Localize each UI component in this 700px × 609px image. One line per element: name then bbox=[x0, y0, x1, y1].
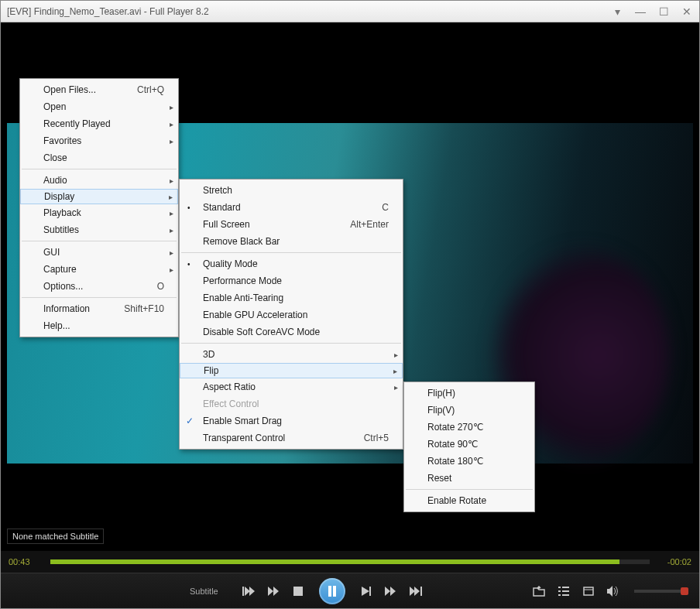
menu-rotate-90[interactable]: Rotate 90℃ bbox=[404, 436, 534, 453]
menu-aspect-ratio[interactable]: Aspect Ratio bbox=[180, 378, 403, 395]
menu-information[interactable]: InformationShift+F10 bbox=[20, 300, 178, 317]
pause-button[interactable] bbox=[319, 578, 345, 604]
context-menu-main: Open Files...Ctrl+Q Open Recently Played… bbox=[19, 78, 179, 337]
menu-rotate-180[interactable]: Rotate 180℃ bbox=[404, 453, 534, 470]
menu-effect-control: Effect Control bbox=[180, 395, 403, 412]
playlist-icon[interactable] bbox=[555, 587, 572, 596]
menu-gpu-accel[interactable]: Enable GPU Acceleration bbox=[180, 306, 403, 323]
open-file-icon[interactable] bbox=[530, 586, 547, 597]
rewind-icon[interactable] bbox=[265, 587, 282, 596]
svg-rect-2 bbox=[333, 586, 336, 597]
menu-stretch[interactable]: Stretch bbox=[180, 182, 403, 199]
subtitle-status: None matched Subtitle bbox=[7, 529, 104, 544]
menu-disable-coreavc[interactable]: Disable Soft CoreAVC Mode bbox=[180, 323, 403, 340]
menu-separator bbox=[22, 241, 177, 241]
menu-fullscreen[interactable]: Full ScreenAlt+Enter bbox=[180, 216, 403, 233]
menu-transparent-control[interactable]: Transparent ControlCtrl+5 bbox=[180, 429, 403, 446]
menu-recently-played[interactable]: Recently Played bbox=[20, 115, 178, 132]
play-icon[interactable] bbox=[358, 587, 375, 596]
menu-standard[interactable]: •StandardC bbox=[180, 199, 403, 216]
context-menu-flip: Flip(H) Flip(V) Rotate 270℃ Rotate 90℃ R… bbox=[403, 381, 535, 512]
svg-rect-1 bbox=[328, 586, 331, 597]
menu-performance-mode[interactable]: Performance Mode bbox=[180, 272, 403, 289]
close-button[interactable]: ✕ bbox=[681, 6, 693, 17]
stop-icon[interactable] bbox=[290, 587, 307, 596]
menu-separator bbox=[181, 252, 401, 253]
prev-track-icon[interactable] bbox=[240, 587, 257, 596]
time-remaining: -00:02 bbox=[654, 557, 691, 566]
minimize-button[interactable]: — bbox=[634, 6, 647, 17]
seek-progress bbox=[50, 559, 619, 564]
time-current: 00:43 bbox=[9, 557, 46, 566]
menu-close[interactable]: Close bbox=[20, 149, 178, 166]
menu-anti-tearing[interactable]: Enable Anti-Tearing bbox=[180, 289, 403, 306]
control-bar: Subtitle bbox=[1, 573, 699, 608]
menu-separator bbox=[181, 343, 401, 344]
seek-bar[interactable] bbox=[50, 559, 650, 564]
context-menu-display: Stretch •StandardC Full ScreenAlt+Enter … bbox=[179, 179, 403, 450]
check-icon: ✓ bbox=[186, 416, 194, 426]
seek-remaining bbox=[619, 559, 650, 564]
menu-flip[interactable]: Flip bbox=[180, 363, 403, 378]
volume-icon[interactable] bbox=[605, 586, 622, 597]
menu-playback[interactable]: Playback bbox=[20, 204, 178, 221]
menu-enable-rotate[interactable]: Enable Rotate bbox=[404, 492, 534, 509]
menu-separator bbox=[406, 489, 533, 490]
window-extra-button[interactable]: ▾ bbox=[611, 6, 623, 17]
menu-quality-mode[interactable]: •Quality Mode bbox=[180, 255, 403, 272]
forward-icon[interactable] bbox=[383, 587, 400, 596]
menu-flip-h[interactable]: Flip(H) bbox=[404, 385, 534, 402]
menu-display[interactable]: Display bbox=[20, 189, 178, 204]
menu-3d[interactable]: 3D bbox=[180, 346, 403, 363]
menu-rotate-270[interactable]: Rotate 270℃ bbox=[404, 419, 534, 436]
menu-reset[interactable]: Reset bbox=[404, 470, 534, 487]
menu-audio[interactable]: Audio bbox=[20, 172, 178, 189]
menu-capture[interactable]: Capture bbox=[20, 261, 178, 278]
window-controls: ▾ — ☐ ✕ bbox=[611, 6, 693, 17]
menu-separator bbox=[22, 169, 177, 169]
menu-options[interactable]: Options...O bbox=[20, 278, 178, 295]
titlebar[interactable]: [EVR] Finding_Nemo_Teaser.avi - Full Pla… bbox=[1, 1, 699, 22]
svg-rect-3 bbox=[369, 587, 371, 596]
menu-subtitles[interactable]: Subtitles bbox=[20, 221, 178, 238]
menu-separator bbox=[22, 297, 177, 298]
menu-help[interactable]: Help... bbox=[20, 317, 178, 334]
volume-knob[interactable] bbox=[681, 587, 688, 595]
next-track-icon[interactable] bbox=[407, 587, 424, 596]
menu-open[interactable]: Open bbox=[20, 98, 178, 115]
menu-smart-drag[interactable]: ✓Enable Smart Drag bbox=[180, 412, 403, 429]
svg-rect-0 bbox=[293, 587, 303, 596]
app-window: [EVR] Finding_Nemo_Teaser.avi - Full Pla… bbox=[0, 0, 700, 609]
window-title: [EVR] Finding_Nemo_Teaser.avi - Full Pla… bbox=[7, 6, 611, 17]
svg-rect-4 bbox=[584, 587, 593, 595]
maximize-button[interactable]: ☐ bbox=[657, 6, 670, 17]
bullet-icon: • bbox=[187, 260, 190, 269]
menu-favorites[interactable]: Favorites bbox=[20, 132, 178, 149]
menu-open-files[interactable]: Open Files...Ctrl+Q bbox=[20, 81, 178, 98]
subtitle-label[interactable]: Subtitle bbox=[190, 587, 218, 596]
menu-gui[interactable]: GUI bbox=[20, 244, 178, 261]
seek-row: 00:43 -00:02 bbox=[1, 551, 699, 573]
fullscreen-icon[interactable] bbox=[580, 587, 597, 596]
menu-flip-v[interactable]: Flip(V) bbox=[404, 402, 534, 419]
menu-remove-black-bar[interactable]: Remove Black Bar bbox=[180, 233, 403, 250]
bullet-icon: • bbox=[187, 204, 190, 212]
volume-slider[interactable] bbox=[634, 590, 688, 593]
